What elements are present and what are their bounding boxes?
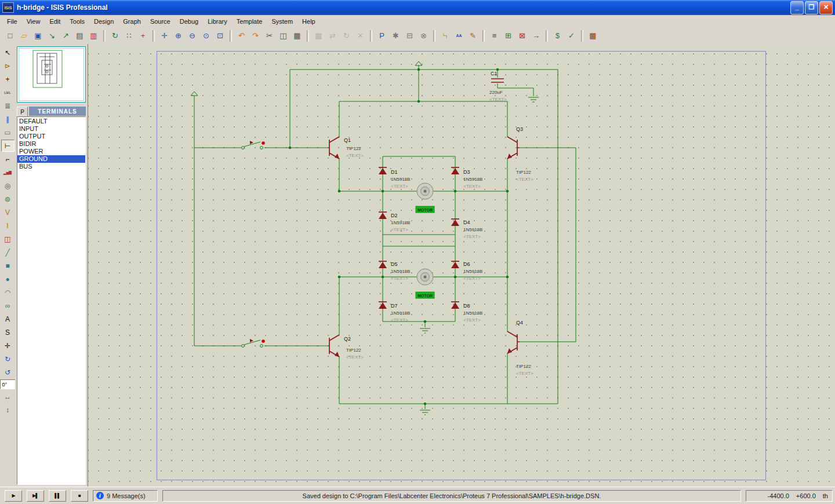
toolbar-pick-parts[interactable]: P <box>375 29 389 42</box>
mode-text-script-mode[interactable]: ≣ <box>1 100 14 112</box>
toolbar-electrical-rules-check[interactable]: ✓ <box>565 29 578 42</box>
menu-source[interactable]: Source <box>146 16 175 27</box>
mode-2d-arc-mode[interactable]: ◠ <box>1 286 14 298</box>
mode-graph-mode[interactable]: ▂▅▇ <box>1 166 14 178</box>
mode-generator-mode[interactable]: ⊚ <box>1 193 14 205</box>
diode-d7[interactable]: D7 1N5918B <TEXT> <box>379 302 410 323</box>
mode-junction-dot-mode[interactable]: + <box>1 73 14 85</box>
diode-d8[interactable]: D8 1N5918B <TEXT> <box>451 302 482 323</box>
mode-terminals-mode[interactable]: ⊢ <box>1 140 14 152</box>
toolbar-false-origin[interactable]: + <box>136 29 150 42</box>
menu-edit[interactable]: Edit <box>45 16 65 27</box>
mode-rotation-angle-field[interactable]: 0° <box>0 379 16 389</box>
toolbar-goto-sheet[interactable]: → <box>529 29 543 42</box>
toolbar-new-design[interactable]: □ <box>3 29 17 42</box>
toolbar-search-and-tag[interactable]: AA <box>452 29 466 42</box>
overview-thumbnail[interactable] <box>17 46 86 103</box>
terminal-item-bidir[interactable]: BIDIR <box>17 140 85 148</box>
toolbar-zoom-area[interactable]: ⊡ <box>213 29 227 42</box>
menu-tools[interactable]: Tools <box>65 16 89 27</box>
menu-debug[interactable]: Debug <box>175 16 203 27</box>
minimize-button[interactable]: _ <box>790 1 804 14</box>
toolbar-pan[interactable]: ✛ <box>158 29 171 42</box>
toolbar-move-block[interactable]: ⇄ <box>326 29 339 42</box>
mode-component-mode[interactable]: ⊳ <box>1 60 14 72</box>
toolbar-make-device[interactable]: ✱ <box>389 29 402 42</box>
mode-2d-symbol-mode[interactable]: S <box>1 326 14 338</box>
toolbar-zoom-out[interactable]: ⊖ <box>186 29 199 42</box>
toolbar-mark-output-area[interactable]: ▥ <box>87 29 100 42</box>
pick-device-button[interactable]: P <box>17 107 28 117</box>
diode-d2[interactable]: D2 1N5918B <TEXT> <box>379 212 410 232</box>
mode-device-pins-mode[interactable]: ⌐ <box>1 153 14 165</box>
terminal-item-input[interactable]: INPUT <box>17 125 85 133</box>
schematic-canvas[interactable]: C1 220uF <TEXT> Q1 TIP122 <TEXT> <box>88 44 835 487</box>
toolbar-toggle-grid[interactable]: ∷ <box>122 29 136 42</box>
toolbar-rotate-block[interactable]: ↻ <box>340 29 353 42</box>
transistor-q4[interactable]: Q4 TIP122 <TEXT> <box>507 320 533 376</box>
transport-stop-button[interactable]: ■ <box>71 490 88 502</box>
mode-subcircuit-mode[interactable]: ▭ <box>1 126 14 138</box>
motor-2[interactable]: MOTOR <box>416 269 434 298</box>
menu-view[interactable]: View <box>22 16 45 27</box>
editing-canvas[interactable]: C1 220uF <TEXT> Q1 TIP122 <TEXT> <box>88 44 835 487</box>
toolbar-bill-of-materials[interactable]: $ <box>551 29 564 42</box>
mode-rotate-clockwise[interactable]: ↻ <box>1 353 14 365</box>
mode-2d-text-mode[interactable]: A <box>1 313 14 325</box>
close-button[interactable]: ✕ <box>819 1 833 14</box>
toolbar-print[interactable]: ▤ <box>73 29 86 42</box>
restore-button[interactable]: ❐ <box>805 1 818 14</box>
toolbar-copy[interactable]: ◫ <box>277 29 290 42</box>
toolbar-redo[interactable]: ↷ <box>249 29 262 42</box>
toolbar-remove-sheet[interactable]: ⊠ <box>515 29 529 42</box>
mode-wire-label-mode[interactable]: LBL <box>1 86 14 98</box>
menu-design[interactable]: Design <box>89 16 118 27</box>
transistor-q3[interactable]: Q3 TIP122 <TEXT> <box>507 126 533 182</box>
toolbar-save-design[interactable]: ▣ <box>31 29 45 42</box>
toolbar-packaging-tool[interactable]: ⊟ <box>403 29 416 42</box>
transport-play-button[interactable]: ▶ <box>5 490 22 502</box>
menu-library[interactable]: Library <box>203 16 232 27</box>
toolbar-export-section[interactable]: ↗ <box>59 29 72 42</box>
mode-buses-mode[interactable]: ∥ <box>1 113 14 125</box>
toolbar-new-sheet[interactable]: ⊞ <box>502 29 515 42</box>
terminal-item-output[interactable]: OUTPUT <box>17 133 85 140</box>
mode-2d-line-mode[interactable]: ╱ <box>1 246 14 258</box>
transistor-q1[interactable]: Q1 TIP122 <TEXT> <box>329 137 364 159</box>
menu-system[interactable]: System <box>267 16 297 27</box>
terminal-item-bus[interactable]: BUS <box>17 163 85 170</box>
toolbar-copy-block[interactable]: ▩ <box>312 29 325 42</box>
toolbar-import-section[interactable]: ↘ <box>45 29 59 42</box>
toolbar-netlist-to-ares[interactable]: ▦ <box>586 29 600 42</box>
mode-virtual-instruments-mode[interactable]: ◫ <box>1 233 14 245</box>
switch-2[interactable] <box>242 339 265 347</box>
toolbar-redraw[interactable]: ↻ <box>108 29 122 42</box>
terminal-item-ground[interactable]: GROUND <box>17 155 85 163</box>
toolbar-zoom-all[interactable]: ⊙ <box>199 29 213 42</box>
toolbar-wire-autorouter[interactable]: └┐ <box>438 29 452 42</box>
diode-d4[interactable]: D4 1N5918B <TEXT> <box>451 219 482 239</box>
capacitor-c1[interactable]: C1 220uF <TEXT> <box>489 71 507 102</box>
mode-voltage-probe-mode[interactable]: V <box>1 206 14 218</box>
transport-step-button[interactable]: ▶▌ <box>27 490 44 502</box>
mode-rotate-anticlockwise[interactable]: ↺ <box>1 366 14 378</box>
mode-2d-markers-mode[interactable]: ✛ <box>1 339 14 352</box>
transport-pause-button[interactable]: ▌▌ <box>49 490 66 502</box>
message-box[interactable]: i 9 Message(s) <box>93 490 158 502</box>
motor-1[interactable]: MOTOR <box>416 183 434 213</box>
toolbar-delete-block[interactable]: ✕ <box>354 29 367 42</box>
toolbar-open-design[interactable]: ▱ <box>17 29 31 42</box>
menu-template[interactable]: Template <box>232 16 267 27</box>
toolbar-undo[interactable]: ↶ <box>235 29 248 42</box>
mode-mirror-vertical[interactable]: ↕ <box>1 404 14 416</box>
toolbar-design-explorer[interactable]: ≡ <box>488 29 501 42</box>
diode-d3[interactable]: D3 1N5918B <TEXT> <box>451 167 482 189</box>
menu-file[interactable]: File <box>2 16 22 27</box>
toolbar-paste[interactable]: ▦ <box>291 29 304 42</box>
toolbar-zoom-in[interactable]: ⊕ <box>172 29 185 42</box>
terminal-item-default[interactable]: DEFAULT <box>17 118 85 125</box>
mode-current-probe-mode[interactable]: I <box>1 220 14 232</box>
mode-mirror-horizontal[interactable]: ↔ <box>1 390 14 403</box>
menu-help[interactable]: Help <box>297 16 320 27</box>
mode-selection-mode[interactable]: ↖ <box>1 46 14 59</box>
